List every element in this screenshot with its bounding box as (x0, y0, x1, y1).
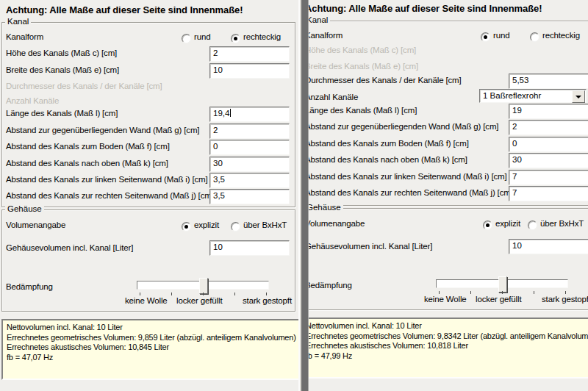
abstand-k-input[interactable]: 30 (509, 153, 588, 168)
anzahl-combobox[interactable]: 1 Baßreflexrohr (479, 89, 587, 103)
volumen-input[interactable]: 10 (209, 240, 290, 256)
slider-label-max: stark gestopft (243, 296, 292, 305)
abstand-g-input[interactable]: 2 (509, 120, 588, 135)
abstand-k-label: Abstand des Kanals nach oben (Maß k) [cm… (6, 159, 168, 168)
gehaeuse-group-title: Gehäuse (309, 203, 343, 212)
radio-rechteckig[interactable] (530, 32, 539, 42)
slider-tick (140, 293, 140, 295)
slider-tick (470, 291, 471, 294)
result-line: Nettovolumen incl. Kanal: 10 Liter (7, 323, 299, 333)
abstand-k-label: Abstand des Kanals nach oben (Maß k) [cm… (309, 155, 467, 164)
abstand-j-input[interactable]: 7 (509, 186, 588, 201)
abstand-f-input[interactable]: 0 (209, 140, 290, 155)
slider-tick (266, 293, 267, 295)
laenge-label: Länge des Kanals (Maß l) [cm] (309, 106, 417, 115)
radio-explizit[interactable] (182, 222, 191, 232)
breite-input[interactable]: 10 (209, 63, 290, 79)
bedaempfung-label: Bedämpfung (6, 282, 53, 291)
hoehe-label: Höhe des Kanals (Maß c) [cm] (309, 46, 416, 54)
bedaempfung-slider-thumb[interactable] (498, 276, 507, 293)
durchmesser-label: Durchmesser des Kanals / der Kanäle [cm] (6, 82, 162, 90)
abstand-f-label: Abstand des Kanals zum Boden (Maß f) [cm… (309, 139, 469, 148)
ueber-bxhxt-label[interactable]: über BxHxT (243, 220, 287, 229)
bedaempfung-slider-thumb[interactable] (199, 278, 208, 294)
radio-ueber-bxhxt[interactable] (528, 220, 537, 230)
dialog-right: Achtung: Alle Maße auf dieser Seite sind… (309, 0, 588, 391)
result-line: fb = 47,07 Hz (7, 353, 299, 363)
hoehe-label: Höhe des Kanals (Maß c) [cm] (6, 49, 117, 57)
abstand-j-label: Abstand des Kanals zur rechten Seitenwan… (309, 188, 513, 197)
volumenangabe-label: Volumenangabe (309, 219, 365, 228)
rund-label[interactable]: rund (194, 32, 210, 41)
volumen-label: Gehäusevolumen incl. Kanal [Liter] (309, 242, 432, 251)
rund-label[interactable]: rund (493, 31, 509, 40)
abstand-g-label: Abstand zur gegenüberliegenden Wand (Maß… (309, 122, 498, 131)
result-line: Nettovolumen incl. Kanal: 10 Liter (309, 321, 588, 331)
abstand-i-label: Abstand des Kanals zur linken Seitenwand… (309, 172, 507, 181)
abstand-f-label: Abstand des Kanals zum Boden (Maß f) [cm… (6, 142, 170, 151)
result-line: Errechnetes geometrisches Volumen: 9,859… (7, 333, 299, 343)
screen: Achtung: Alle Maße auf dieser Seite sind… (0, 0, 588, 391)
bedaempfung-label: Bedämpfung (309, 281, 352, 290)
slider-tick (203, 293, 204, 295)
durchmesser-input[interactable]: 5,53 (509, 73, 588, 89)
laenge-input[interactable]: 19,4 (209, 107, 290, 122)
abstand-g-input[interactable]: 2 (209, 123, 290, 139)
window-divider (298, 0, 309, 391)
laenge-input[interactable]: 19 (509, 104, 588, 119)
slider-label-min: keine Wolle (125, 296, 168, 305)
radio-rund[interactable] (182, 34, 191, 43)
volumen-input[interactable]: 10 (509, 239, 588, 254)
ueber-bxhxt-label[interactable]: über BxHxT (540, 219, 584, 228)
abstand-f-input[interactable]: 0 (509, 137, 588, 152)
explizit-label[interactable]: explizit (194, 220, 219, 229)
slider-label-max: stark gestopft (542, 295, 588, 304)
results-box: Nettovolumen incl. Kanal: 10 Liter Errec… (1, 319, 301, 380)
anzahl-label: Anzahl Kanäle (309, 93, 358, 101)
volumenangabe-label: Volumenangabe (6, 220, 65, 229)
kanalform-label: Kanalform (6, 32, 43, 41)
result-line: Errechnetes akustisches Volumen: 10,818 … (309, 341, 588, 351)
slider-label-mid: locker gefüllt (176, 296, 222, 305)
slider-label-min: keine Wolle (424, 295, 467, 304)
abstand-i-label: Abstand des Kanals zur linken Seitenwand… (6, 175, 208, 184)
slider-tick (439, 291, 440, 294)
kanal-group-title: Kanal (5, 17, 31, 26)
dialog-right-clip: Achtung: Alle Maße auf dieser Seite sind… (309, 0, 588, 391)
radio-rechteckig[interactable] (231, 34, 240, 43)
warning-text: Achtung: Alle Maße auf dieser Seite sind… (309, 3, 542, 14)
breite-label: Breite des Kanals (Maß e) [cm] (6, 65, 119, 74)
kanalform-label: Kanalform (309, 31, 343, 40)
slider-tick (234, 293, 235, 295)
breite-label: Breite des Kanals (Maß e) [cm] (309, 62, 418, 71)
radio-explizit[interactable] (483, 220, 492, 230)
slider-tick (565, 291, 566, 294)
rechteckig-label[interactable]: rechteckig (243, 32, 281, 41)
results-box: Nettovolumen incl. Kanal: 10 Liter Errec… (309, 318, 588, 379)
rechteckig-label[interactable]: rechteckig (542, 31, 580, 40)
explizit-label[interactable]: explizit (495, 219, 520, 228)
abstand-i-input[interactable]: 3,5 (209, 173, 290, 188)
abstand-j-input[interactable]: 3,5 (209, 189, 290, 204)
anzahl-combobox-value: 1 Baßreflexrohr (483, 91, 541, 100)
slider-label-mid: locker gefüllt (476, 295, 521, 304)
abstand-j-label: Abstand des Kanals zur rechten Seitenwan… (6, 191, 214, 200)
slider-tick (171, 293, 172, 295)
durchmesser-label: Durchmesser des Kanals / der Kanäle [cm] (309, 76, 462, 85)
result-line: Errechnetes geometrisches Volumen: 9,834… (309, 331, 588, 342)
chevron-down-icon[interactable] (572, 90, 585, 103)
abstand-g-label: Abstand zur gegenüberliegenden Wand (Maß… (6, 126, 199, 134)
gehaeuse-group-title: Gehäuse (5, 204, 44, 213)
anzahl-label: Anzahl Kanäle (6, 96, 59, 105)
volumen-label: Gehäusevolumen incl. Kanal [Liter] (6, 243, 133, 252)
hoehe-input[interactable]: 2 (209, 46, 290, 62)
kanal-group-title: Kanal (309, 15, 330, 24)
radio-ueber-bxhxt[interactable] (231, 222, 240, 232)
radio-rund[interactable] (481, 32, 490, 42)
warning-text: Achtung: Alle Maße auf dieser Seite sind… (6, 4, 243, 15)
abstand-k-input[interactable]: 30 (209, 157, 290, 172)
slider-tick (502, 291, 503, 294)
laenge-label: Länge des Kanals (Maß l) [cm] (6, 109, 118, 118)
result-line: fb = 47,99 Hz (309, 351, 588, 362)
abstand-i-input[interactable]: 7 (509, 170, 588, 185)
